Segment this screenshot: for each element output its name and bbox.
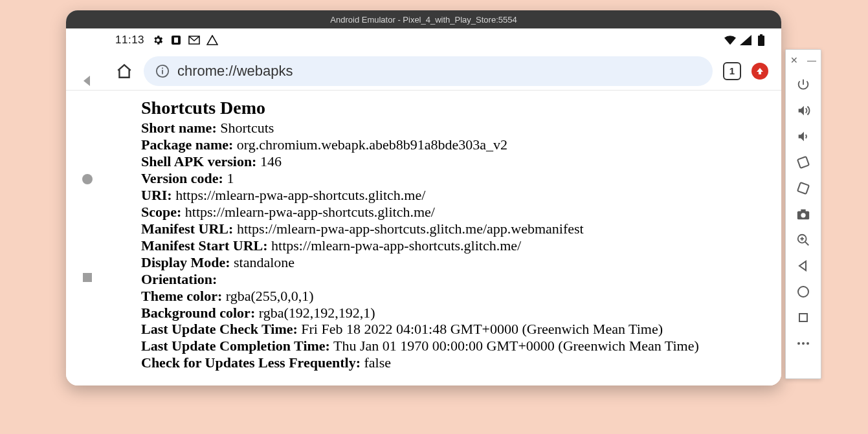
site-info-icon[interactable] (155, 64, 170, 78)
svg-rect-10 (162, 67, 163, 69)
field-value: 1 (223, 170, 234, 186)
field-value: standalone (230, 254, 295, 270)
field-row: Scope: https://mlearn-pwa-app-shortcuts.… (141, 204, 781, 221)
field-label: Manifest URL: (141, 221, 233, 237)
panel-more-button[interactable] (794, 334, 812, 353)
field-row: Package name: org.chromium.webapk.abeb8b… (141, 136, 781, 153)
status-time: 11:13 (115, 34, 144, 47)
volume-up-button[interactable] (794, 102, 812, 120)
power-button[interactable] (794, 76, 812, 94)
settings-icon (152, 34, 164, 46)
wifi-icon (724, 34, 736, 46)
svg-point-25 (807, 342, 809, 345)
svg-rect-6 (760, 34, 762, 36)
svg-marker-20 (799, 261, 806, 270)
tab-count: 1 (729, 65, 735, 76)
field-label: Last Update Check Time: (141, 321, 298, 337)
nav-overview-button[interactable] (80, 270, 95, 285)
url-bar[interactable]: chrome://webapks (144, 56, 713, 86)
app-icon (170, 34, 182, 46)
field-label: Check for Updates Less Frequently: (141, 354, 361, 371)
field-row: Manifest Start URL: https://mlearn-pwa-a… (141, 237, 781, 254)
field-row: Check for Updates Less Frequently: false (141, 354, 781, 371)
browser-toolbar: chrome://webapks 1 (66, 52, 781, 91)
svg-point-1 (82, 174, 93, 184)
panel-home-button[interactable] (794, 283, 812, 301)
field-row: Short name: Shortcuts (141, 120, 781, 136)
field-row: Manifest URL: https://mlearn-pwa-app-sho… (141, 221, 781, 237)
update-indicator[interactable] (751, 63, 768, 80)
svg-rect-9 (162, 70, 163, 74)
chrome-home-button[interactable] (115, 62, 133, 80)
field-label: Shell APK version: (141, 153, 256, 169)
svg-marker-5 (740, 35, 751, 45)
svg-rect-7 (758, 36, 764, 46)
svg-line-17 (805, 242, 809, 246)
page-title: Shortcuts Demo (141, 97, 781, 118)
emulator-side-panel: ✕ — (785, 49, 821, 379)
svg-point-14 (801, 213, 805, 217)
field-row: Background color: rgba(192,192,192,1) (141, 305, 781, 321)
svg-point-21 (798, 287, 808, 297)
field-row: Last Update Check Time: Fri Feb 18 2022 … (141, 321, 781, 338)
rotate-right-button[interactable] (794, 179, 812, 197)
page-content: Shortcuts Demo Short name: ShortcutsPack… (66, 91, 781, 385)
field-value: 146 (256, 153, 282, 169)
field-row: Theme color: rgba(255,0,0,1) (141, 288, 781, 305)
emulator-window: Android Emulator - Pixel_4_with_Play_Sto… (66, 10, 781, 385)
field-label: Display Mode: (141, 254, 230, 270)
field-value: Thu Jan 01 1970 00:00:00 GMT+0000 (Green… (330, 338, 699, 354)
field-row: URI: https://mlearn-pwa-app-shortcuts.gl… (141, 187, 781, 204)
field-value: https://mlearn-pwa-app-shortcuts.glitch.… (268, 237, 522, 254)
status-left-icons (152, 34, 218, 46)
field-row: Version code: 1 (141, 170, 781, 187)
status-bar: 11:13 (66, 28, 781, 52)
field-value: https://mlearn-pwa-app-shortcuts.glitch.… (233, 221, 583, 237)
volume-down-button[interactable] (794, 127, 812, 146)
field-row: Orientation: (141, 271, 781, 288)
nav-back-button[interactable] (80, 74, 95, 88)
tab-switcher-button[interactable]: 1 (723, 62, 741, 80)
panel-close-button[interactable]: ✕ (790, 55, 798, 65)
field-value: rgba(255,0,0,1) (222, 288, 313, 304)
window-title: Android Emulator - Pixel_4_with_Play_Sto… (330, 15, 517, 25)
field-value: https://mlearn-pwa-app-shortcuts.glitch.… (172, 187, 426, 203)
panel-overview-button[interactable] (794, 309, 812, 327)
field-label: Last Update Completion Time: (141, 338, 330, 354)
field-label: Theme color: (141, 288, 222, 304)
field-label: Version code: (141, 170, 223, 186)
url-text: chrome://webapks (177, 63, 293, 80)
field-label: Background color: (141, 305, 255, 321)
field-label: Scope: (141, 204, 181, 220)
field-label: Package name: (141, 136, 233, 153)
panel-back-button[interactable] (794, 257, 812, 275)
field-value: Fri Feb 18 2022 04:01:48 GMT+0000 (Green… (298, 321, 663, 337)
svg-point-23 (797, 342, 800, 345)
device-screen: 11:13 (66, 28, 781, 385)
svg-rect-11 (797, 157, 809, 168)
field-label: Manifest Start URL: (141, 237, 268, 254)
field-value: rgba(192,192,192,1) (255, 305, 375, 321)
screenshot-button[interactable] (794, 205, 812, 223)
window-titlebar[interactable]: Android Emulator - Pixel_4_with_Play_Sto… (66, 10, 781, 28)
field-value: false (361, 354, 391, 371)
field-value: Shortcuts (217, 120, 274, 136)
zoom-button[interactable] (794, 231, 812, 249)
field-label: Short name: (141, 120, 217, 136)
field-label: URI: (141, 187, 172, 203)
signal-icon (740, 34, 751, 46)
svg-marker-0 (83, 76, 90, 86)
svg-rect-4 (174, 38, 178, 43)
panel-minimize-button[interactable]: — (807, 55, 816, 65)
gmail-icon (188, 34, 200, 46)
svg-rect-22 (799, 314, 807, 321)
nav-home-button[interactable] (80, 172, 95, 186)
android-nav-buttons (80, 74, 95, 285)
drive-icon (206, 34, 218, 46)
field-row: Display Mode: standalone (141, 254, 781, 271)
rotate-left-button[interactable] (794, 153, 812, 171)
field-row: Shell APK version: 146 (141, 153, 781, 170)
battery-icon (755, 34, 767, 46)
svg-rect-12 (797, 182, 809, 194)
field-value: https://mlearn-pwa-app-shortcuts.glitch.… (181, 204, 435, 220)
